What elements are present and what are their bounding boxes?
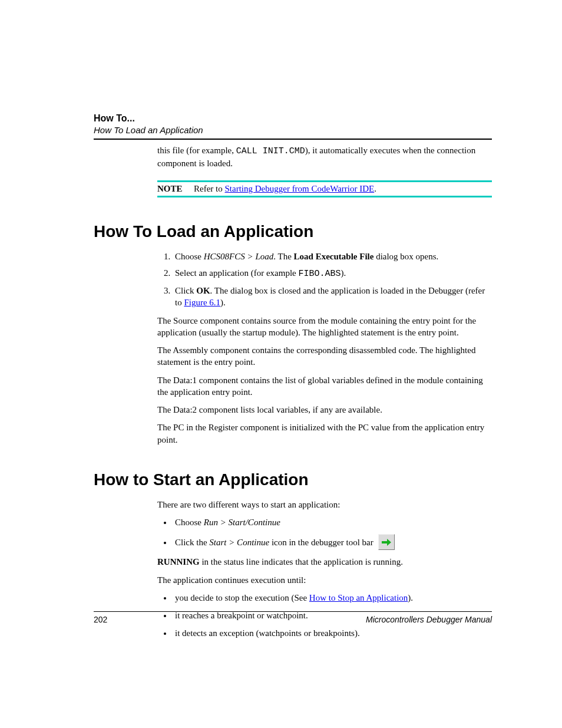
text: Choose: [175, 518, 204, 527]
list-item: Click OK. The dialog box is closed and t…: [173, 285, 492, 309]
text: .: [374, 184, 376, 193]
text: . The: [273, 252, 293, 261]
page-header: How To... How To Load an Application: [94, 113, 492, 140]
text: this file (for example,: [157, 146, 236, 155]
note-label: NOTE: [157, 184, 194, 194]
list-item: Click the Start > Continue icon in the d…: [173, 534, 492, 550]
text: ).: [220, 298, 226, 307]
paragraph: The Data:2 component lists local variabl…: [157, 404, 492, 416]
paragraph: The Source component contains source fro…: [157, 315, 492, 339]
code-text: CALL INIT.CMD: [236, 146, 305, 156]
note-text: Refer to Starting Debugger from CodeWarr…: [194, 184, 376, 194]
text: dialog box opens.: [373, 252, 438, 261]
start-options-list: Choose Run > Start/Continue Click the St…: [157, 516, 492, 550]
note-box: NOTE Refer to Starting Debugger from Cod…: [157, 180, 492, 197]
note-bar-bottom: [157, 196, 492, 197]
section-heading-load: How To Load an Application: [94, 222, 492, 241]
continue-intro: The application continues execution unti…: [157, 574, 492, 586]
stop-app-link[interactable]: How to Stop an Application: [309, 593, 408, 602]
text: Select an application (for example: [175, 268, 299, 278]
text: Choose: [175, 252, 204, 261]
figure-link[interactable]: Figure 6.1: [184, 298, 220, 307]
text: Click the: [175, 538, 209, 547]
running-line: RUNNING in the status line indicates tha…: [157, 556, 492, 568]
text-bold: OK: [196, 286, 210, 295]
text: ).: [408, 593, 413, 602]
footer-rule: [94, 611, 492, 612]
text: you decide to stop the execution (See: [175, 593, 309, 602]
list-item: you decide to stop the execution (See Ho…: [173, 592, 492, 604]
start-intro: There are two different ways to start an…: [157, 499, 492, 510]
paragraph: The Data:1 component contains the list o…: [157, 374, 492, 398]
text: Click: [175, 286, 196, 295]
text-bold: Load Executable File: [294, 252, 374, 261]
paragraph: The PC in the Register component is init…: [157, 421, 492, 446]
header-rule: [94, 139, 492, 140]
steps-list: Choose HCS08FCS > Load. The Load Executa…: [157, 251, 492, 309]
svg-marker-1: [387, 539, 391, 546]
start-continue-icon: [378, 534, 395, 550]
page-footer: 202 Microcontrollers Debugger Manual: [94, 611, 492, 624]
page-number: 202: [94, 615, 107, 624]
list-item: Choose HCS08FCS > Load. The Load Executa…: [173, 251, 492, 262]
text: ).: [341, 268, 346, 278]
manual-title: Microcontrollers Debugger Manual: [366, 615, 492, 624]
svg-rect-0: [382, 541, 387, 543]
intro-paragraph: this file (for example, CALL INIT.CMD), …: [157, 144, 492, 170]
text-italic: Start > Continue: [209, 538, 269, 547]
section-heading-start: How to Start an Application: [94, 470, 492, 489]
paragraph: The Assembly component contains the corr…: [157, 344, 492, 368]
header-subtitle: How To Load an Application: [94, 125, 492, 135]
text-italic: Run > Start/Continue: [204, 518, 280, 527]
header-title: How To...: [94, 113, 492, 124]
text: Refer to: [194, 184, 224, 193]
list-item: Select an application (for example FIBO.…: [173, 267, 492, 280]
text-bold: RUNNING: [157, 557, 200, 566]
text: in the status line indicates that the ap…: [200, 557, 403, 566]
note-link[interactable]: Starting Debugger from CodeWarrior IDE: [224, 184, 374, 193]
text: icon in the debugger tool bar: [269, 538, 373, 547]
text-italic: HCS08FCS > Load: [204, 252, 273, 261]
list-item: Choose Run > Start/Continue: [173, 516, 492, 528]
code-text: FIBO.ABS: [299, 269, 341, 279]
list-item: it detects an exception (watchpoints or …: [173, 627, 492, 639]
